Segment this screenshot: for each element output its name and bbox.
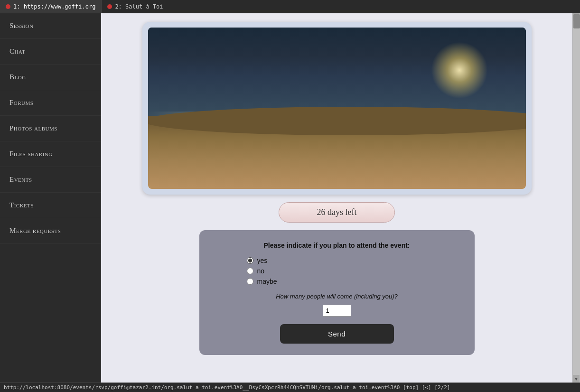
radio-maybe-label: maybe (257, 278, 277, 285)
sidebar-blog-label: Blog (9, 73, 26, 81)
sidebar-item-chat[interactable]: Chat (0, 39, 101, 65)
tab2-label: 2: Salut à Toi (115, 3, 163, 10)
radio-no-input[interactable] (247, 268, 253, 274)
radio-no-label: no (257, 267, 265, 275)
sand-curve (148, 107, 526, 135)
sidebar-session-label: Session (9, 22, 33, 29)
days-left-text: 26 days left (317, 207, 357, 217)
radio-yes[interactable]: yes (247, 257, 456, 264)
sidebar-item-session[interactable]: Session (0, 13, 101, 39)
radio-yes-label: yes (257, 257, 268, 264)
sidebar-chat-label: Chat (9, 47, 25, 55)
radio-maybe-input[interactable] (247, 278, 253, 285)
rsvp-form: Please indicate if you plan to attend th… (199, 230, 475, 355)
radio-yes-input[interactable] (247, 257, 253, 264)
tab1-dot (6, 4, 10, 9)
sidebar-tickets-label: Tickets (9, 201, 34, 209)
title-bar: 1: https://www.goffi.org 2: Salut à Toi (0, 0, 580, 13)
content-scrollbar[interactable]: ▲ ▼ (572, 13, 580, 383)
scrollbar-thumb[interactable] (573, 14, 580, 28)
sidebar-merge-label: Merge requests (9, 227, 61, 234)
scrollbar-down-arrow[interactable]: ▼ (573, 375, 580, 383)
sun-ray (431, 42, 488, 99)
sidebar-events-label: Events (9, 176, 32, 183)
radio-maybe[interactable]: maybe (247, 278, 456, 285)
attendance-radio-group: yes no maybe (247, 257, 456, 285)
sidebar-item-blog[interactable]: Blog (0, 65, 101, 90)
sidebar-item-forums[interactable]: Forums (0, 90, 101, 116)
tab2-dot (107, 4, 112, 9)
event-image (148, 28, 526, 189)
content-area: 26 days left Please indicate if you plan… (101, 13, 572, 383)
tab1-label: 1: https://www.goffi.org (13, 3, 95, 10)
sidebar-item-tickets[interactable]: Tickets (0, 193, 101, 218)
title-tab-2[interactable]: 2: Salut à Toi (102, 0, 168, 13)
sidebar-photos-label: Photos albums (9, 124, 57, 132)
send-button[interactable]: Send (280, 324, 394, 344)
radio-no[interactable]: no (247, 267, 456, 275)
sidebar-files-label: Files sharing (9, 150, 53, 158)
sidebar-item-photos-albums[interactable]: Photos albums (0, 116, 101, 141)
people-question: How many people will come (including you… (218, 293, 456, 300)
rsvp-question: Please indicate if you plan to attend th… (218, 242, 456, 249)
sidebar-item-merge-requests[interactable]: Merge requests (0, 218, 101, 244)
people-count-input[interactable] (323, 305, 351, 317)
days-left-badge: 26 days left (279, 202, 395, 223)
event-image-card (142, 22, 532, 195)
sidebar-forums-label: Forums (9, 99, 33, 106)
status-text: http://localhost:8080/events/rsvp/goffi@… (4, 384, 450, 391)
sidebar-item-events[interactable]: Events (0, 167, 101, 193)
status-bar: http://localhost:8080/events/rsvp/goffi@… (0, 383, 580, 392)
title-tab-1[interactable]: 1: https://www.goffi.org (0, 0, 101, 13)
sidebar-item-files-sharing[interactable]: Files sharing (0, 141, 101, 167)
people-input-wrapper (218, 305, 456, 317)
sand-layer (148, 116, 526, 189)
sidebar: Session Chat Blog Forums Photos albums F… (0, 13, 101, 383)
